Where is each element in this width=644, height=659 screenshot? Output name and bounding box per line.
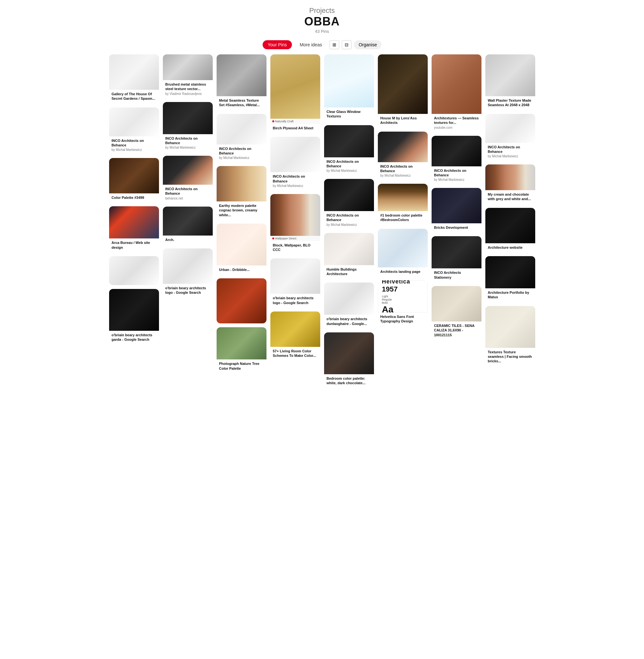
- pin-card[interactable]: Gallery of The House Of Secret Gardens /…: [109, 54, 159, 103]
- pin-title: Textures Texture seamless | Facing smoot…: [488, 350, 533, 363]
- pin-card[interactable]: Brushed metal stainless steel texture ve…: [163, 54, 213, 98]
- pin-card[interactable]: Helvetica 1957 LightRegularBold Aa Helve…: [378, 280, 428, 326]
- pin-image: [378, 229, 428, 267]
- pin-title: CERAMIC TILES - SENA CALIZA 31,6X90 - 10…: [434, 323, 479, 337]
- pin-title: Earthy modern palette cognac brown, crea…: [219, 203, 264, 217]
- pin-card[interactable]: INCO Architects on Behanceby Michał Mark…: [378, 132, 428, 180]
- pin-card[interactable]: Arca Bureau / Web site design: [109, 206, 159, 252]
- pin-image: [109, 158, 159, 193]
- pin-title: INCO Architects on Behance: [165, 136, 210, 145]
- pin-card[interactable]: Clear Glass Window Textures: [324, 54, 374, 121]
- pin-card[interactable]: INCO Architects on Behanceby Michał Mark…: [432, 136, 481, 184]
- grid-large-btn[interactable]: ⊞: [329, 40, 339, 49]
- pin-card[interactable]: o'briain beary architects garda - Google…: [109, 289, 159, 345]
- pin-card[interactable]: My cream and chocolate with grey and whi…: [485, 164, 535, 204]
- pin-card[interactable]: Color Palette #3499: [109, 158, 159, 203]
- pin-card[interactable]: Naturally CraftBirch Plywood A4 Sheet: [270, 54, 320, 133]
- pin-title: Architects landing page: [381, 269, 425, 274]
- pin-info: Arch.: [163, 236, 213, 244]
- pin-image: [378, 184, 428, 211]
- pin-title: #1 bedroom color palette #BedroomColors: [381, 213, 425, 222]
- pin-image: [270, 194, 320, 236]
- pin-image: [163, 102, 213, 134]
- pin-info: Architecture Portfolio by Matus: [485, 288, 535, 302]
- pin-subtitle: by Michał Markiewicz: [381, 174, 425, 177]
- pin-card[interactable]: o'briain beary architects dunlaoghaire -…: [324, 283, 374, 329]
- column-3: Metal Seamless Texture Set #Seamless, #M…: [216, 54, 267, 388]
- pin-card[interactable]: INCO Architects on Behanceby Michał Mark…: [109, 108, 159, 155]
- pin-subtitle: by Michał Markiewicz: [488, 155, 533, 158]
- pin-subtitle: by Michał Markiewicz: [112, 148, 156, 151]
- pin-card[interactable]: Photograph Nature Tree Color Palette: [216, 327, 267, 373]
- pin-card[interactable]: o'briain beary architects logo - Google …: [270, 258, 320, 308]
- grid-small-btn[interactable]: ⊟: [342, 40, 351, 49]
- pin-card[interactable]: Wall Plaster Texture Made Seamless At 20…: [485, 54, 535, 110]
- pin-card[interactable]: INCO Architects on Behanceby Michał Mark…: [270, 137, 320, 190]
- pin-info: INCO Architects on Behanceby Michał Mark…: [324, 211, 374, 229]
- organise-button[interactable]: Organise: [354, 40, 382, 49]
- pin-card[interactable]: o'briain beary architects logo - Google …: [163, 249, 213, 298]
- pin-info: Gallery of The House Of Secret Gardens /…: [109, 90, 159, 103]
- pin-card[interactable]: INCO Architects on Behanceby Michał Mark…: [485, 114, 535, 161]
- pin-card[interactable]: Humble Buildings Architecture: [324, 233, 374, 279]
- pin-card[interactable]: INCO Architects Stationery: [432, 236, 481, 282]
- pin-image: [216, 223, 267, 265]
- pin-card[interactable]: Urban - Dribbble...: [216, 223, 267, 275]
- pin-subtitle: by Michał Markiewicz: [327, 169, 371, 172]
- pin-card[interactable]: Architects landing page: [378, 229, 428, 276]
- pin-card[interactable]: 57+ Living Room Color Schemes To Make Co…: [270, 311, 320, 361]
- pin-image: [432, 54, 481, 114]
- pin-image: [432, 286, 481, 322]
- pin-image: [324, 332, 374, 374]
- pin-card[interactable]: Metal Seamless Texture Set #Seamless, #M…: [216, 54, 267, 110]
- board-title: OBBA: [0, 15, 644, 28]
- pin-image: [432, 188, 481, 223]
- pin-title: Block, Wallpaper, BLO CCC: [273, 243, 318, 252]
- pin-card[interactable]: Bedroom color palette: white, dark choco…: [324, 332, 374, 388]
- pin-card[interactable]: Bricks Development: [432, 188, 481, 232]
- pin-card[interactable]: [216, 278, 267, 323]
- pin-subtitle: by Michał Markiewicz: [273, 184, 318, 188]
- pin-info: House M by Lens'Ass Architects: [378, 114, 428, 128]
- tab-more-ideas[interactable]: More ideas: [295, 40, 327, 49]
- pin-image: [270, 54, 320, 119]
- pin-title: Wall Plaster Texture Made Seamless At 20…: [488, 98, 533, 108]
- pin-image: [270, 137, 320, 172]
- column-2: Brushed metal stainless steel texture ve…: [163, 54, 213, 388]
- pin-title: INCO Architects Stationery: [434, 270, 479, 280]
- pin-card[interactable]: INCO Architects on Behanceby Michał Mark…: [324, 179, 374, 229]
- pin-subtitle: youtube.com: [434, 126, 479, 130]
- pin-image: [163, 54, 213, 80]
- pin-card[interactable]: INCO Architects on Behanceby Michał Mark…: [324, 125, 374, 175]
- pin-card[interactable]: Architecture Portfolio by Matus: [485, 256, 535, 302]
- pin-card[interactable]: INCO Architects on Behanceby Michał Mark…: [163, 102, 213, 152]
- pin-image: [324, 233, 374, 265]
- pin-card[interactable]: Architecture website: [485, 208, 535, 252]
- tab-your-pins[interactable]: Your Pins: [262, 40, 292, 49]
- pin-image: [324, 179, 374, 211]
- pin-card[interactable]: INCO Architects on Behancebehance.net: [163, 156, 213, 203]
- pin-card[interactable]: Textures Texture seamless | Facing smoot…: [485, 306, 535, 366]
- pin-title: House M by Lens'Ass Architects: [381, 116, 425, 125]
- pin-image: [378, 132, 428, 162]
- pin-card[interactable]: Wallpaper DirectBlock, Wallpaper, BLO CC…: [270, 194, 320, 255]
- pin-info: CERAMIC TILES - SENA CALIZA 31,6X90 - 10…: [432, 322, 481, 340]
- pin-info: INCO Architects on Behancebehance.net: [163, 185, 213, 203]
- pin-card[interactable]: [109, 256, 159, 285]
- pin-card[interactable]: Arch.: [163, 207, 213, 244]
- pin-image: [163, 156, 213, 185]
- pin-info: Block, Wallpaper, BLO CCC: [270, 241, 320, 255]
- pin-info: Textures Texture seamless | Facing smoot…: [485, 348, 535, 366]
- pin-card[interactable]: #1 bedroom color palette #BedroomColors: [378, 184, 428, 225]
- page-wrapper: Projects OBBA 43 Pins Your Pins More ide…: [0, 0, 644, 401]
- pin-title: INCO Architects on Behance: [327, 159, 371, 169]
- pin-info: Arca Bureau / Web site design: [109, 238, 159, 252]
- column-8: Wall Plaster Texture Made Seamless At 20…: [485, 54, 535, 388]
- pin-card[interactable]: Earthy modern palette cognac brown, crea…: [216, 166, 267, 220]
- pin-card[interactable]: INCO Architects on Behanceby Michał Mark…: [216, 114, 267, 163]
- pin-info: o'briain beary architects logo - Google …: [270, 294, 320, 308]
- pin-card[interactable]: House M by Lens'Ass Architects: [378, 54, 428, 128]
- pin-card[interactable]: CERAMIC TILES - SENA CALIZA 31,6X90 - 10…: [432, 286, 481, 340]
- pin-card[interactable]: Architextures — Seamless textures for...…: [432, 54, 481, 132]
- pin-subtitle: by Michał Markiewicz: [434, 178, 479, 182]
